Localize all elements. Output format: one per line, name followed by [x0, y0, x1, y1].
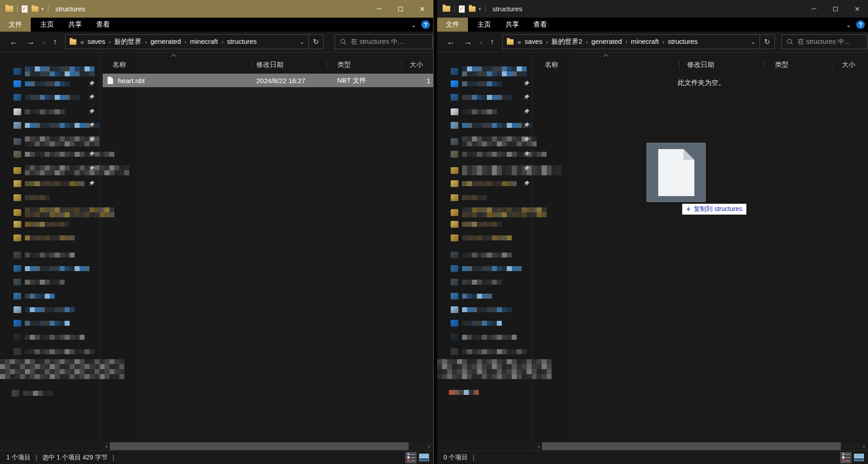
qat-dropdown-icon[interactable]: ▾ — [479, 7, 481, 11]
pane-divider[interactable] — [100, 52, 100, 442]
properties-check-icon[interactable] — [22, 5, 28, 13]
column-divider[interactable] — [764, 60, 764, 69]
pin-icon[interactable] — [524, 151, 530, 157]
column-divider[interactable] — [326, 60, 327, 69]
close-button[interactable]: ✕ — [846, 0, 868, 18]
horizontal-scrollbar[interactable]: ‹ › — [535, 442, 868, 450]
pin-icon[interactable] — [89, 165, 95, 172]
sidebar-item[interactable] — [451, 221, 502, 228]
column-divider[interactable] — [252, 60, 252, 69]
sidebar-item[interactable] — [449, 390, 479, 395]
pane-divider[interactable] — [532, 52, 533, 442]
breadcrumb-overflow-icon[interactable]: « — [76, 38, 88, 46]
minimize-button[interactable] — [368, 0, 390, 18]
breadcrumb-overflow-icon[interactable]: « — [514, 38, 525, 46]
pin-icon[interactable] — [89, 108, 95, 115]
column-header-2[interactable]: 类型 — [337, 58, 351, 71]
ribbon-tab-0[interactable]: 文件 — [437, 18, 468, 32]
pin-icon[interactable] — [524, 165, 530, 172]
pin-icon[interactable] — [524, 136, 530, 143]
up-button[interactable]: ↑ — [486, 38, 499, 46]
sidebar-item[interactable] — [451, 66, 527, 76]
sidebar-item[interactable] — [451, 122, 532, 129]
column-header-3[interactable]: 大小 — [410, 58, 423, 71]
sidebar-item[interactable] — [451, 252, 512, 258]
crumb-separator-icon[interactable]: › — [181, 39, 190, 45]
sidebar-item[interactable] — [14, 122, 99, 129]
ribbon-tab-1[interactable]: 主页 — [470, 18, 498, 32]
sidebar-item[interactable] — [451, 320, 502, 327]
sidebar-item[interactable] — [14, 293, 55, 300]
sidebar-item[interactable] — [451, 279, 502, 286]
forward-button[interactable]: → — [459, 37, 476, 46]
crumb-separator-icon[interactable]: › — [105, 39, 114, 45]
column-divider[interactable] — [401, 60, 402, 69]
breadcrumb-segment[interactable]: generated — [151, 37, 181, 45]
expand-ribbon-icon[interactable]: ⌄ — [411, 21, 416, 28]
forward-button[interactable]: → — [22, 37, 39, 46]
sidebar-item[interactable] — [14, 80, 70, 87]
back-button[interactable]: ← — [5, 37, 22, 46]
sidebar-item[interactable] — [451, 94, 512, 101]
pin-icon[interactable] — [89, 94, 95, 100]
pin-icon[interactable] — [524, 80, 530, 87]
sidebar-item[interactable] — [14, 348, 94, 355]
pin-icon[interactable] — [524, 180, 530, 187]
crumb-separator-icon[interactable]: › — [218, 39, 227, 45]
breadcrumb-segment[interactable]: 新的世界 — [114, 37, 142, 45]
sidebar-item[interactable] — [14, 66, 94, 76]
scroll-right-icon[interactable]: › — [860, 442, 868, 450]
close-button[interactable]: ✕ — [411, 0, 433, 18]
pin-icon[interactable] — [524, 122, 530, 128]
pin-icon[interactable] — [524, 108, 530, 115]
breadcrumb-segment[interactable]: structures — [227, 37, 257, 45]
maximize-button[interactable] — [825, 0, 846, 18]
column-header-1[interactable]: 修改日期 — [687, 58, 714, 71]
sidebar-item[interactable] — [451, 348, 527, 355]
sidebar-item[interactable] — [14, 108, 65, 115]
sidebar-item[interactable] — [451, 180, 517, 187]
pin-icon[interactable] — [89, 180, 95, 187]
sidebar-item[interactable] — [14, 306, 75, 313]
maximize-button[interactable] — [390, 0, 411, 18]
ribbon-tab-3[interactable]: 查看 — [89, 18, 117, 32]
pin-icon[interactable] — [89, 136, 95, 143]
crumb-separator-icon[interactable]: › — [622, 39, 631, 45]
sidebar-item[interactable] — [451, 334, 517, 341]
pin-icon[interactable] — [89, 151, 95, 157]
thumbnail-view-button[interactable] — [419, 452, 429, 463]
sidebar-item[interactable] — [14, 221, 70, 228]
file-row[interactable]: heart.nbt2024/8/22 16:27NBT 文件1 — [103, 74, 433, 87]
scrollbar-thumb[interactable] — [110, 442, 409, 450]
breadcrumb-segment[interactable]: minecraft — [631, 37, 659, 45]
scrollbar-thumb[interactable] — [542, 442, 841, 450]
sidebar-item[interactable] — [451, 108, 497, 115]
sidebar-item[interactable] — [451, 293, 492, 300]
up-button[interactable]: ↑ — [48, 38, 61, 46]
pin-icon[interactable] — [524, 94, 530, 100]
breadcrumb-segment[interactable]: minecraft — [190, 37, 218, 45]
back-button[interactable]: ← — [443, 37, 459, 46]
sidebar-item[interactable] — [14, 94, 80, 101]
recent-locations-icon[interactable]: ⌄ — [39, 39, 48, 45]
sidebar-item[interactable] — [451, 265, 522, 272]
search-input[interactable]: 在 structures 中... — [781, 34, 868, 49]
new-folder-icon[interactable] — [469, 6, 476, 12]
sidebar-item[interactable] — [451, 234, 512, 241]
title-bar[interactable]: ▾ structures ✕ — [0, 0, 433, 18]
breadcrumb-segment[interactable]: saves — [88, 37, 105, 45]
sidebar-item[interactable] — [12, 390, 53, 397]
column-divider[interactable] — [832, 60, 832, 69]
crumb-separator-icon[interactable]: › — [542, 39, 552, 45]
address-bar[interactable]: « saves›新的世界2›generated›minecraft›struct… — [502, 34, 760, 49]
sidebar-item[interactable] — [14, 194, 50, 201]
scroll-right-icon[interactable]: › — [425, 442, 433, 450]
ribbon-tab-2[interactable]: 共享 — [61, 18, 89, 32]
address-bar[interactable]: « saves›新的世界›generated›minecraft›structu… — [65, 34, 309, 49]
ribbon-tab-0[interactable]: 文件 — [0, 18, 31, 32]
address-dropdown-icon[interactable]: ⌄ — [747, 39, 755, 45]
properties-check-icon[interactable] — [459, 5, 465, 13]
sidebar-item[interactable] — [14, 334, 85, 341]
pin-icon[interactable] — [89, 80, 95, 87]
refresh-button[interactable]: ↻ — [308, 34, 324, 49]
